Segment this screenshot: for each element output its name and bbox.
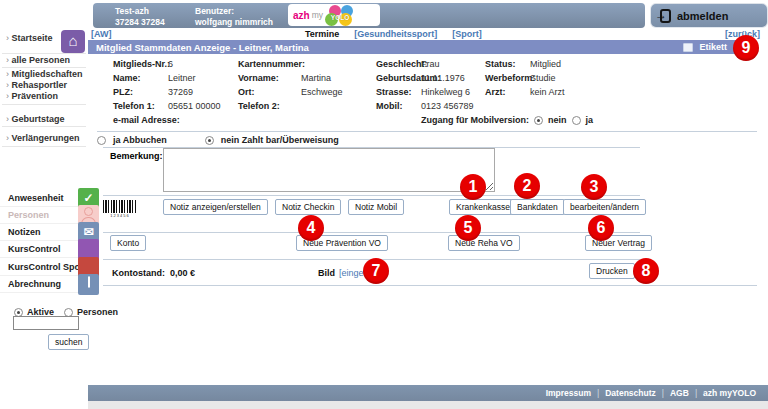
krankenkasse-button[interactable]: Krankenkasse	[449, 199, 517, 215]
azh-myyolo-logo: azh my YOLO	[288, 4, 380, 26]
azh-myyolo-link[interactable]: azh myYOLO	[703, 388, 756, 398]
drucken-button[interactable]: Drucken	[589, 263, 635, 279]
status-label: Status:	[485, 59, 530, 69]
title-bar: Mitglied Stammdaten Anzeige - Leitner, M…	[88, 40, 737, 54]
barzahlung-label[interactable]: nein Zahlt bar/Überweisung	[221, 135, 339, 145]
abbuchen-radio[interactable]	[97, 136, 106, 145]
arzt-value: kein Arzt	[530, 87, 760, 97]
gesundheitssport-link[interactable]: [Gesundheitssport]	[354, 29, 437, 39]
barcode-text: 123456	[103, 213, 137, 218]
ort-value: Eschwege	[301, 87, 376, 97]
main-content: [AW] Termine [Gesundheitssport] [Sport] …	[88, 28, 768, 388]
impressum-link[interactable]: Impressum	[546, 388, 591, 398]
personen-radio-label[interactable]: Personen	[77, 307, 118, 317]
search-input[interactable]	[13, 316, 79, 330]
status-value: Mitglied	[530, 59, 760, 69]
sidebar-item-rehasportler[interactable]: Rehasportler	[6, 80, 67, 90]
mobilversion-nein-radio[interactable]	[534, 116, 543, 125]
geschlecht-value: Frau	[421, 59, 485, 69]
sport-link[interactable]: [Sport]	[452, 29, 482, 39]
logo-yolo-text: YOLO	[325, 14, 355, 21]
annotation-badge-8: 8	[633, 258, 659, 284]
sidebar-tool-abrechnung[interactable]: Abrechnung	[0, 276, 88, 293]
etikett-checkbox[interactable]	[683, 43, 693, 52]
sidebar-item-verlaengerungen[interactable]: Verlängerungen	[6, 133, 80, 143]
ticket-icon	[78, 274, 99, 295]
notiz-checkin-button[interactable]: Notiz Checkin	[275, 199, 341, 215]
termine-tab[interactable]: Termine	[305, 29, 339, 39]
annotation-badge-1: 1	[460, 174, 486, 200]
sidebar-tool-kurscontrol-sport[interactable]: KursControl Sport	[0, 259, 88, 276]
name-value: Leitner	[168, 73, 238, 83]
sidebar-tool-personen[interactable]: Personen	[0, 207, 88, 224]
mobilversion-nein-label[interactable]: nein	[548, 115, 567, 125]
geburtsdatum-label: Geburtsdatum:	[376, 73, 421, 83]
bearbeiten-aendern-button[interactable]: bearbeiten/ändern	[563, 199, 646, 215]
logout-button[interactable]: abmelden	[650, 3, 768, 28]
secondary-nav: [AW] Termine [Gesundheitssport] [Sport] …	[88, 28, 768, 40]
logo-azh-text: azh	[293, 10, 310, 21]
kontostand-value: 0,00 €	[170, 268, 195, 278]
search-button[interactable]: suchen	[48, 334, 89, 350]
annotation-badge-9: 9	[733, 35, 759, 61]
sidebar-item-geburtstage[interactable]: Geburtstage	[6, 114, 65, 124]
bankdaten-button[interactable]: Bankdaten	[510, 199, 565, 215]
etikett-control[interactable]: Etikett	[683, 42, 727, 52]
account-name: Test-azh	[115, 6, 165, 17]
bemerkung-textarea[interactable]	[163, 148, 495, 192]
annotation-badge-5: 5	[455, 215, 481, 241]
email-label: e-mail Adresse:	[113, 115, 238, 125]
ort-label: Ort:	[238, 87, 301, 97]
tool-label: KursControl	[8, 244, 61, 254]
bottom-strip	[0, 401, 768, 409]
vorname-label: Vorname:	[238, 73, 301, 83]
mobil-label: Mobil:	[376, 101, 421, 111]
sidebar-item-mitgliedschaften[interactable]: Mitgliedschaften	[6, 69, 83, 79]
datenschutz-link[interactable]: Datenschutz	[605, 388, 656, 398]
abbuchen-label[interactable]: ja Abbuchen	[113, 135, 167, 145]
kartennummer-label: Kartennummer:	[238, 59, 301, 69]
mobil-value: 0123 456789	[421, 101, 485, 111]
kontostand-row: Kontostand: 0,00 €	[112, 268, 195, 278]
strasse-label: Strasse:	[376, 87, 421, 97]
plz-value: 37269	[168, 87, 238, 97]
etikett-label: Etikett	[699, 42, 727, 52]
sidebar-tool-notizen[interactable]: Notizen ✉	[0, 224, 88, 241]
barcode-icon	[103, 200, 137, 213]
aw-link[interactable]: [AW]	[91, 29, 112, 39]
name-label: Name:	[113, 73, 168, 83]
notiz-anzeigen-button[interactable]: Notiz anzeigen/erstellen	[163, 199, 268, 215]
mobilversion-ja-label[interactable]: ja	[586, 115, 594, 125]
mobilversion-ja-radio[interactable]	[572, 116, 581, 125]
telefon1-value: 05651 00000	[168, 101, 238, 111]
logout-label: abmelden	[677, 10, 728, 22]
account-info: Test-azh 37284 37284	[115, 6, 165, 27]
notiz-mobil-button[interactable]: Notiz Mobil	[348, 199, 404, 215]
annotation-badge-7: 7	[363, 258, 389, 284]
sidebar-item-startseite[interactable]: Startseite	[6, 33, 53, 43]
tool-label: Notizen	[8, 227, 41, 237]
geschlecht-label: Geschlecht:	[376, 59, 421, 69]
agb-link[interactable]: AGB	[670, 388, 689, 398]
logout-arrow-icon	[660, 9, 671, 23]
home-icon[interactable]: ⌂	[61, 30, 85, 53]
logo-circles-icon: YOLO	[325, 5, 355, 26]
payment-radio-group: ja Abbuchen nein Zahlt bar/Überweisung	[97, 135, 339, 145]
logo-my-text: my	[312, 10, 323, 20]
mobilversion-control: Zugang für Mobilversion: nein ja	[421, 115, 760, 125]
strasse-value: Hinkelweg 6	[421, 87, 485, 97]
plz-label: PLZ:	[113, 87, 168, 97]
barzahlung-radio[interactable]	[205, 136, 214, 145]
tool-label: Anwesenheit	[8, 193, 64, 203]
telefon2-value	[301, 101, 376, 111]
page-title: Mitglied Stammdaten Anzeige - Leitner, M…	[96, 42, 309, 53]
telefon1-label: Telefon 1:	[113, 101, 168, 111]
mitglieds-nr-label: Mitglieds-Nr.:	[113, 59, 168, 69]
sidebar-tool-anwesenheit[interactable]: Anwesenheit ✓	[0, 190, 88, 207]
sidebar-tool-kurscontrol[interactable]: KursControl	[0, 241, 88, 258]
member-barcode: 123456	[103, 200, 137, 218]
mobilversion-label: Zugang für Mobilversion:	[421, 115, 529, 125]
konto-button[interactable]: Konto	[110, 235, 146, 251]
sidebar-item-alle-personen[interactable]: alle Personen	[6, 55, 70, 65]
sidebar-item-praevention[interactable]: Prävention	[6, 91, 58, 101]
